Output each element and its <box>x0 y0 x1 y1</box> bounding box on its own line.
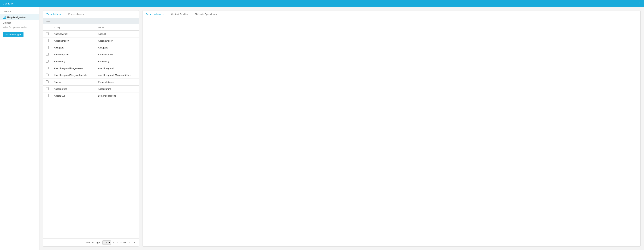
row-name: Personalabsenz <box>95 79 139 86</box>
col-key-header: Key <box>56 26 60 29</box>
row-checkbox[interactable] <box>46 80 48 83</box>
right-panel: Felder und Assocs Content Provider Aktiv… <box>142 10 640 246</box>
row-key: Abdankungsort <box>51 38 95 44</box>
next-page-button[interactable]: › <box>133 241 136 244</box>
row-name: Abmeldung <box>95 58 139 65</box>
row-name: Ablageort <box>95 44 139 51</box>
row-name: Lernendenabsenz <box>95 92 139 99</box>
row-key: AbschlussgrundPflegeverhaeltnis <box>51 72 95 79</box>
left-panel-tabs: Typdefinitionen Prozess-Layers <box>43 11 139 18</box>
row-checkbox-cell <box>43 31 51 38</box>
tab-content-provider[interactable]: Content Provider <box>168 11 192 18</box>
hauptkonfiguration-icon: ⚙ <box>3 16 6 19</box>
tab-typdefinitionen[interactable]: Typdefinitionen <box>43 11 65 18</box>
row-checkbox[interactable] <box>46 53 48 56</box>
row-key: Ablageort <box>51 44 95 51</box>
content-area: Typdefinitionen Prozess-Layers ↓ Key <box>40 7 644 250</box>
filter-row <box>43 18 139 24</box>
row-name: Abbruch <box>95 31 139 38</box>
table-row[interactable]: AbschlussgrundPflegeverhaeltnis Abschlus… <box>43 72 139 79</box>
topbar: Config-UI ⋮ <box>0 0 644 7</box>
row-checkbox-cell <box>43 65 51 72</box>
sidebar-keine-gruppen: Keine Gruppen vorhanden <box>0 26 39 29</box>
row-key: AbschlussgrundPflegedossier <box>51 65 95 72</box>
col-checkbox-header <box>43 24 51 31</box>
main-layout: CMI API ⚙ Hauptkonfiguration Gruppen Kei… <box>0 7 644 250</box>
row-checkbox-cell <box>43 51 51 58</box>
col-sort-header[interactable]: ↓ Key <box>51 24 95 31</box>
row-checkbox[interactable] <box>46 60 48 63</box>
left-panel: Typdefinitionen Prozess-Layers ↓ Key <box>43 10 139 246</box>
table-row[interactable]: Abmeldung Abmeldung <box>43 58 139 65</box>
prev-page-button[interactable]: ‹ <box>128 241 131 244</box>
app-title: Config-UI <box>3 2 14 5</box>
row-checkbox-cell <box>43 86 51 92</box>
row-key: Abmeldegrund <box>51 51 95 58</box>
row-checkbox-cell <box>43 92 51 99</box>
row-name: Abschlussgrund <box>95 65 139 72</box>
row-checkbox[interactable] <box>46 87 48 90</box>
table-row[interactable]: Abmeldegrund Abmeldegrund <box>43 51 139 58</box>
pagination-bar: Items per page: 10 5 25 50 1 – 10 of 708… <box>43 238 139 246</box>
menu-icon[interactable]: ⋮ <box>638 1 641 6</box>
row-checkbox[interactable] <box>46 32 48 35</box>
row-checkbox[interactable] <box>46 74 48 76</box>
right-panel-tabs: Felder und Assocs Content Provider Aktiv… <box>142 11 640 18</box>
table-row[interactable]: Ablageort Ablageort <box>43 44 139 51</box>
table-row[interactable]: AbsenzSus Lernendenabsenz <box>43 92 139 99</box>
sidebar-item-hauptkonfiguration[interactable]: ⚙ Hauptkonfiguration <box>0 14 39 20</box>
table-row[interactable]: AbschlussgrundPflegedossier Abschlussgru… <box>43 65 139 72</box>
row-checkbox-cell <box>43 72 51 79</box>
neue-gruppe-button[interactable]: + Neue Gruppe <box>3 32 24 37</box>
tab-felder-und-assocs[interactable]: Felder und Assocs <box>142 11 168 18</box>
table-row[interactable]: AbbruchArbeit Abbruch <box>43 31 139 38</box>
sort-icon: ↓ <box>54 26 55 29</box>
items-per-page-select[interactable]: 10 5 25 50 <box>102 240 111 245</box>
row-name: Abdankungsort <box>95 38 139 44</box>
sidebar-cmi-api: CMI API <box>0 9 39 14</box>
sidebar-item-gruppen[interactable]: Gruppen <box>0 20 39 26</box>
row-key: Absenzgrund <box>51 86 95 92</box>
sidebar: CMI API ⚙ Hauptkonfiguration Gruppen Kei… <box>0 7 40 250</box>
page-info: 1 – 10 of 708 <box>113 241 126 244</box>
row-name: Abschlussgrund Pflegeverhältnis <box>95 72 139 79</box>
row-checkbox[interactable] <box>46 46 48 49</box>
data-table: ↓ Key Name AbbruchArbeit Abbruch Abdanku <box>43 24 139 99</box>
row-name: Abmeldegrund <box>95 51 139 58</box>
items-per-page-label: Items per page: <box>85 241 100 244</box>
filter-input[interactable] <box>46 20 136 23</box>
row-checkbox-cell <box>43 44 51 51</box>
row-checkbox-cell <box>43 79 51 86</box>
row-key: Absenz <box>51 79 95 86</box>
col-name-header: Name <box>95 24 139 31</box>
row-checkbox[interactable] <box>46 39 48 42</box>
table-row[interactable]: Absenzgrund Absenzgrund <box>43 86 139 92</box>
row-key: AbsenzSus <box>51 92 95 99</box>
tab-aktivierte-operationen[interactable]: Aktivierte Operationen <box>192 11 220 18</box>
row-checkbox[interactable] <box>46 67 48 69</box>
tab-prozess-layers[interactable]: Prozess-Layers <box>65 11 87 18</box>
hauptkonfiguration-label: Hauptkonfiguration <box>7 16 26 19</box>
row-key: Abmeldung <box>51 58 95 65</box>
row-checkbox-cell <box>43 58 51 65</box>
row-key: AbbruchArbeit <box>51 31 95 38</box>
table-row[interactable]: Abdankungsort Abdankungsort <box>43 38 139 44</box>
row-name: Absenzgrund <box>95 86 139 92</box>
row-checkbox-cell <box>43 38 51 44</box>
row-checkbox[interactable] <box>46 94 48 97</box>
table-row[interactable]: Absenz Personalabsenz <box>43 79 139 86</box>
table-container: ↓ Key Name AbbruchArbeit Abbruch Abdanku <box>43 24 139 238</box>
